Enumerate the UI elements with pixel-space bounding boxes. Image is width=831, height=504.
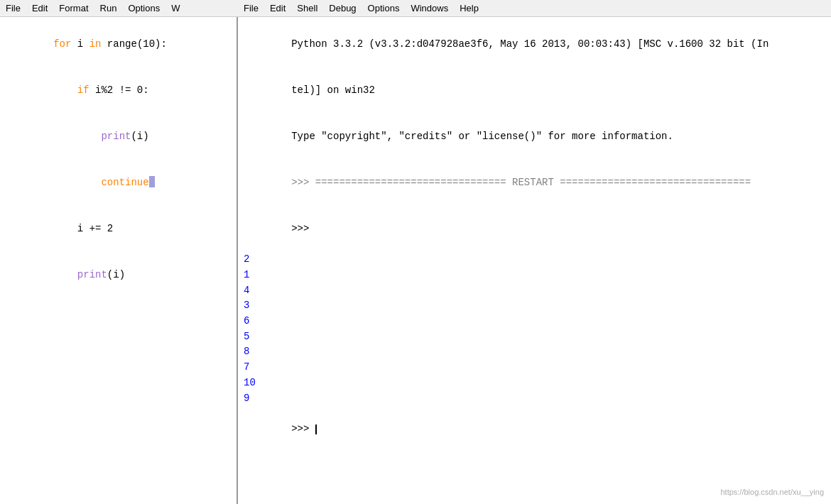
- watermark: https://blog.csdn.net/xu__ying: [720, 486, 824, 498]
- editor-menubar: File Edit Format Run Options W: [0, 0, 238, 17]
- shell-output-7: 7: [244, 360, 825, 376]
- text-cursor: [149, 176, 155, 187]
- blinking-cursor: [315, 424, 317, 434]
- code-line-3: print(i): [6, 114, 231, 160]
- shell-output-6: 6: [244, 314, 825, 329]
- editor-menu-w[interactable]: W: [168, 2, 183, 14]
- shell-header-line2: tel)] on win32: [244, 67, 825, 114]
- main-content: for i in range(10): if i%2 != 0: print(i…: [0, 17, 831, 504]
- editor-menu-options[interactable]: Options: [125, 2, 163, 14]
- shell-output-10: 10: [244, 376, 825, 391]
- shell-header-line1: Python 3.3.2 (v3.3.2:d047928ae3f6, May 1…: [244, 21, 825, 67]
- shell-output-3: 3: [244, 298, 825, 314]
- shell-pane[interactable]: Python 3.3.2 (v3.3.2:d047928ae3f6, May 1…: [238, 17, 831, 504]
- shell-menu-edit[interactable]: Edit: [267, 2, 288, 14]
- app-container: File Edit Format Run Options W File Edit…: [0, 0, 831, 504]
- shell-header-line3: Type "copyright", "credits" or "license(…: [244, 114, 825, 160]
- shell-output-4: 4: [244, 283, 825, 299]
- shell-output-5: 5: [244, 329, 825, 345]
- code-line-5: i += 2: [6, 206, 231, 252]
- shell-menu-file[interactable]: File: [241, 2, 261, 14]
- shell-prompt-empty: >>>: [244, 206, 825, 252]
- shell-menubar: File Edit Shell Debug Options Windows He…: [238, 0, 831, 17]
- editor-menu![interactable]: File: [3, 2, 23, 14]
- code-line-6: print(i): [6, 252, 231, 298]
- editor-pane[interactable]: for i in range(10): if i%2 != 0: print(i…: [0, 17, 238, 504]
- code-line-1: for i in range(10):: [6, 21, 231, 67]
- code-line-4: continue: [6, 160, 231, 206]
- shell-menu-shell[interactable]: Shell: [294, 2, 320, 14]
- shell-menu-windows[interactable]: Windows: [408, 2, 451, 14]
- shell-restart-line: >>> ================================ RES…: [244, 160, 825, 206]
- code-line-2: if i%2 != 0:: [6, 67, 231, 114]
- shell-output-9: 9: [244, 391, 825, 407]
- editor-menu-edit[interactable]: Edit: [29, 2, 50, 14]
- editor-menu-format[interactable]: Format: [56, 2, 91, 14]
- shell-output-1: 1: [244, 268, 825, 283]
- top-bar: File Edit Format Run Options W File Edit…: [0, 0, 831, 17]
- shell-final-prompt: >>>: [244, 406, 825, 452]
- shell-menu-help[interactable]: Help: [457, 2, 482, 14]
- shell-output-8: 8: [244, 344, 825, 360]
- shell-menu-options[interactable]: Options: [365, 2, 403, 14]
- shell-output-2: 2: [244, 252, 825, 268]
- editor-menu-run[interactable]: Run: [97, 2, 120, 14]
- shell-menu-debug[interactable]: Debug: [326, 2, 359, 14]
